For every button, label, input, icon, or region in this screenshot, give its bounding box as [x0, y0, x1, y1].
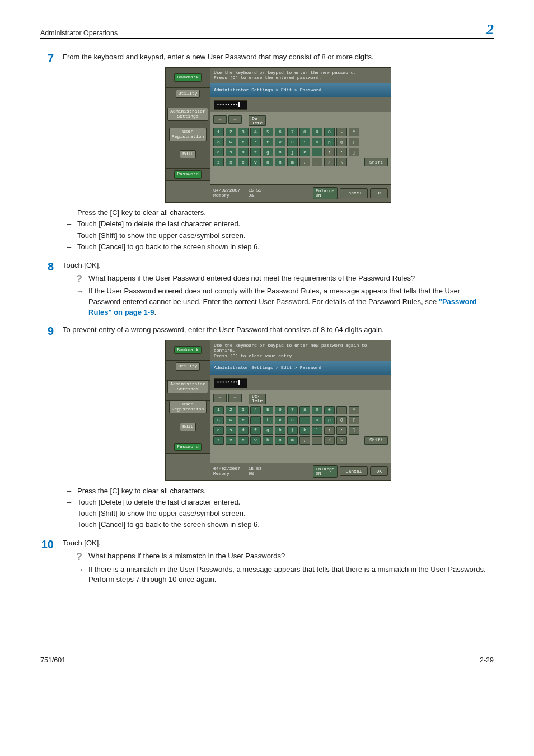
key-^[interactable]: ^: [349, 128, 359, 136]
key-8[interactable]: 8: [299, 128, 310, 136]
key-t[interactable]: t: [263, 416, 273, 424]
key-v[interactable]: v: [250, 436, 261, 445]
key-c[interactable]: c: [238, 436, 249, 445]
key-f[interactable]: f: [250, 426, 261, 435]
key-q[interactable]: q: [213, 138, 224, 146]
edit-button[interactable]: Edit: [180, 423, 196, 431]
delete-key[interactable]: De- lete: [249, 115, 266, 126]
key-e[interactable]: e: [238, 416, 249, 424]
delete-key[interactable]: De- lete: [249, 394, 266, 404]
key-,[interactable]: ,: [299, 158, 310, 166]
arrow-left-key[interactable]: ←: [213, 115, 227, 124]
key-9[interactable]: 9: [312, 406, 322, 414]
arrow-right-key[interactable]: →: [228, 394, 242, 402]
key-4[interactable]: 4: [250, 128, 261, 136]
key-2[interactable]: 2: [226, 128, 236, 136]
password-input[interactable]: ********: [214, 100, 247, 110]
key-n[interactable]: n: [275, 158, 285, 166]
key-i[interactable]: i: [299, 416, 310, 424]
key-p[interactable]: p: [324, 138, 335, 146]
key-k[interactable]: k: [299, 148, 310, 156]
key-g[interactable]: g: [263, 426, 273, 435]
password-input[interactable]: ********: [214, 378, 247, 388]
key-[[interactable]: [: [349, 416, 359, 424]
key-x[interactable]: x: [226, 158, 236, 166]
key-0[interactable]: 0: [324, 128, 335, 136]
key-d[interactable]: d: [238, 148, 249, 156]
admin-settings-button[interactable]: Administrator Settings: [167, 108, 208, 121]
key-a[interactable]: a: [213, 148, 224, 156]
key-s[interactable]: s: [226, 148, 236, 156]
ok-button[interactable]: OK: [370, 466, 388, 477]
key-6[interactable]: 6: [275, 406, 285, 414]
key-y[interactable]: y: [275, 138, 285, 146]
key-6[interactable]: 6: [275, 128, 285, 136]
key-;[interactable]: ;: [324, 148, 335, 156]
key-0[interactable]: 0: [324, 406, 335, 414]
key-e[interactable]: e: [238, 138, 249, 146]
key-y[interactable]: y: [275, 416, 285, 424]
key-:[interactable]: :: [336, 148, 347, 156]
key-s[interactable]: s: [226, 426, 236, 435]
user-registration-button[interactable]: User Registration: [169, 128, 207, 141]
user-registration-button[interactable]: User Registration: [169, 400, 207, 414]
key-7[interactable]: 7: [287, 128, 298, 136]
key-b[interactable]: b: [263, 436, 273, 445]
enlarge-button[interactable]: Enlarge ON: [313, 187, 338, 199]
key-1[interactable]: 1: [213, 128, 224, 136]
arrow-left-key[interactable]: ←: [213, 394, 227, 402]
key-1[interactable]: 1: [213, 406, 224, 414]
key-w[interactable]: w: [226, 138, 236, 146]
key-i[interactable]: i: [299, 138, 310, 146]
key-f[interactable]: f: [250, 148, 261, 156]
key-@[interactable]: @: [336, 416, 347, 424]
key-m[interactable]: m: [287, 436, 298, 445]
bookmark-button[interactable]: Bookmark: [174, 346, 201, 354]
key-7[interactable]: 7: [287, 406, 298, 414]
key-[[interactable]: [: [349, 138, 359, 146]
key--[interactable]: -: [336, 406, 347, 414]
key-^[interactable]: ^: [349, 406, 359, 414]
key-8[interactable]: 8: [299, 406, 310, 414]
key-t[interactable]: t: [263, 138, 273, 146]
key-h[interactable]: h: [275, 426, 285, 435]
key--[interactable]: -: [336, 128, 347, 136]
key-b[interactable]: b: [263, 158, 273, 166]
key-9[interactable]: 9: [312, 128, 322, 136]
key-5[interactable]: 5: [263, 128, 273, 136]
key-u[interactable]: u: [287, 416, 298, 424]
key-h[interactable]: h: [275, 148, 285, 156]
key-v[interactable]: v: [250, 158, 261, 166]
ok-button[interactable]: OK: [370, 188, 388, 198]
key-p[interactable]: p: [324, 416, 335, 424]
key-a[interactable]: a: [213, 426, 224, 435]
key-5[interactable]: 5: [263, 406, 273, 414]
key-o[interactable]: o: [312, 416, 322, 424]
edit-button[interactable]: Edit: [180, 150, 196, 158]
key-][interactable]: ]: [349, 426, 359, 435]
key-4[interactable]: 4: [250, 406, 261, 414]
key-z[interactable]: z: [213, 436, 224, 445]
key-\[interactable]: \: [336, 158, 347, 166]
key-m[interactable]: m: [287, 158, 298, 166]
key-/[interactable]: /: [324, 436, 335, 445]
key-.[interactable]: .: [312, 436, 322, 445]
key-r[interactable]: r: [250, 416, 261, 424]
bookmark-button[interactable]: Bookmark: [174, 73, 201, 82]
key-;[interactable]: ;: [324, 426, 335, 435]
utility-button[interactable]: Utility: [176, 362, 200, 371]
key-z[interactable]: z: [213, 158, 224, 166]
key-3[interactable]: 3: [238, 128, 249, 136]
key-.[interactable]: .: [312, 158, 322, 166]
shift-key[interactable]: Shift: [364, 158, 388, 166]
key-@[interactable]: @: [336, 138, 347, 146]
key-k[interactable]: k: [299, 426, 310, 435]
key-u[interactable]: u: [287, 138, 298, 146]
password-button[interactable]: Password: [174, 170, 201, 179]
key-l[interactable]: l: [312, 426, 322, 435]
key-3[interactable]: 3: [238, 406, 249, 414]
key-j[interactable]: j: [287, 148, 298, 156]
enlarge-button[interactable]: Enlarge ON: [313, 465, 338, 478]
key-q[interactable]: q: [213, 416, 224, 424]
admin-settings-button[interactable]: Administrator Settings: [167, 380, 208, 394]
